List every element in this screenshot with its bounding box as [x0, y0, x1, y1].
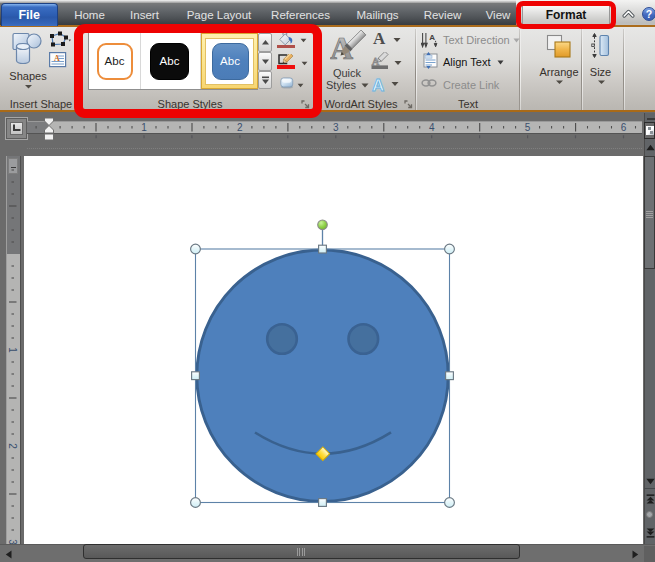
svg-text:2: 2: [237, 122, 243, 133]
svg-text:4: 4: [429, 122, 435, 133]
svg-text:5: 5: [525, 122, 531, 133]
svg-text:3: 3: [333, 122, 339, 133]
svg-text:6: 6: [621, 122, 627, 133]
svg-text:1: 1: [141, 122, 147, 133]
